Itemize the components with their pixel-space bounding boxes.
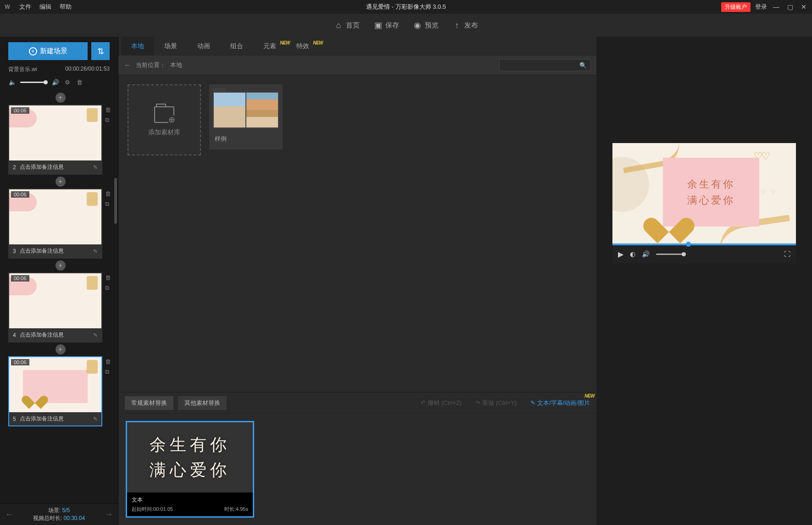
audio-filename: 背景音乐.wi <box>8 66 37 73</box>
volume-down-icon[interactable]: 🔈 <box>8 78 17 86</box>
tab-normal-replace[interactable]: 常规素材替换 <box>125 396 173 410</box>
tab-effects[interactable]: 特效NEW <box>286 37 319 55</box>
clip-preview: 余生有你 满心爱你 <box>127 422 253 492</box>
toolbar-publish-label: 发布 <box>464 21 478 30</box>
prev-scene-button[interactable]: ← <box>5 510 14 519</box>
tab-other-replace[interactable]: 其他素材替换 <box>178 396 227 410</box>
minimize-button[interactable]: — <box>772 2 781 11</box>
menu-edit[interactable]: 编辑 <box>39 3 51 11</box>
scene-note: 点击添加备注信息 <box>20 247 64 255</box>
scene-thumbnail: 00:06 <box>9 357 101 412</box>
volume-up-icon[interactable]: 🔊 <box>51 78 60 86</box>
scenes-scrollbar[interactable] <box>114 178 117 224</box>
edit-note-icon[interactable]: ✎ <box>93 416 98 422</box>
scene-note: 点击添加备注信息 <box>20 415 64 423</box>
plus-circle-icon: + <box>29 47 37 55</box>
progress-bar[interactable] <box>612 243 796 245</box>
scene-thumbnail: 00:06 <box>9 105 101 160</box>
copy-scene-icon[interactable]: ⧉ <box>105 368 112 376</box>
scene-list: + 00:06 2 点击添加备注信息 ✎ 🗑 <box>0 91 118 503</box>
tab-elements[interactable]: 元素NEW <box>253 37 286 55</box>
loop-button[interactable]: ◐ <box>630 250 635 258</box>
play-button[interactable]: ▶ <box>618 250 623 259</box>
scene-card[interactable]: 00:06 2 点击添加备注信息 ✎ <box>8 105 102 175</box>
search-input[interactable]: 🔍 <box>499 59 591 71</box>
window-title: 遇见爱情 - 万彩影像大师 3.0.5 <box>366 3 446 11</box>
add-library-button[interactable]: 添加素材库 <box>128 84 201 155</box>
login-link[interactable]: 登录 <box>755 3 767 11</box>
audio-timecode: 00:00:26/00:01:53 <box>65 66 110 73</box>
player-volume-slider[interactable] <box>656 254 686 255</box>
toolbar-preview[interactable]: ◉ 预览 <box>413 21 439 30</box>
folder-label: 样例 <box>213 128 279 146</box>
edit-note-icon[interactable]: ✎ <box>93 248 98 254</box>
delete-scene-icon[interactable]: 🗑 <box>105 358 112 365</box>
scene-card-selected[interactable]: 00:06 5 点击添加备注信息 ✎ <box>8 356 102 426</box>
toolbar-publish[interactable]: ↑ 发布 <box>452 21 478 30</box>
insert-scene-button[interactable]: + <box>56 93 66 103</box>
new-scene-button[interactable]: + 新建场景 <box>8 42 88 60</box>
volume-slider[interactable] <box>20 82 48 83</box>
progress-thumb[interactable] <box>686 242 691 247</box>
delete-scene-icon[interactable]: 🗑 <box>105 106 112 114</box>
breadcrumb: ← 当前位置： 本地 🔍 <box>118 55 596 75</box>
insert-scene-button[interactable]: + <box>56 260 66 271</box>
preview-icon: ◉ <box>413 21 422 30</box>
new-scene-label: 新建场景 <box>40 47 67 55</box>
scene-duration: 00:06 <box>11 191 29 198</box>
tab-scene[interactable]: 场景 <box>154 37 187 55</box>
breadcrumb-back-icon[interactable]: ← <box>124 61 131 69</box>
insert-scene-button[interactable]: + <box>56 177 66 187</box>
copy-scene-icon[interactable]: ⧉ <box>105 284 112 292</box>
main-toolbar: ⌂ 首页 ▣ 保存 ◉ 预览 ↑ 发布 <box>0 14 812 37</box>
clip-duration-value: 4.95s <box>236 506 248 512</box>
text-subtitle-link[interactable]: ✎ 文本/字幕/动画/图片 NEW <box>530 399 590 407</box>
scene-duration: 00:06 <box>11 107 29 114</box>
redo-button: ↷重做 (Ctrl+Y) <box>475 399 517 407</box>
delete-scene-icon[interactable]: 🗑 <box>105 274 112 282</box>
close-button[interactable]: ✕ <box>799 2 808 11</box>
insert-scene-button[interactable]: + <box>56 344 66 354</box>
clip-text-line1: 余生有你 <box>150 434 230 456</box>
audio-delete-icon[interactable]: 🗑 <box>75 78 83 86</box>
undo-button: ↶撤销 (Ctrl+Z) <box>421 399 462 407</box>
clip-start-value: 00:01.05 <box>153 506 173 512</box>
toolbar-save[interactable]: ▣ 保存 <box>373 21 399 30</box>
breadcrumb-prefix: 当前位置： <box>136 61 166 69</box>
asset-folder-sample[interactable]: 样例 <box>209 84 283 149</box>
sort-scenes-button[interactable]: ⇅ <box>91 42 110 60</box>
player-controls: ▶ ◐ 🔊 ⛶ <box>612 245 796 263</box>
asset-tabs: 本地 场景 动画 组合 元素NEW 特效NEW <box>118 37 596 55</box>
timeline-clip[interactable]: 余生有你 满心爱你 文本 起始时间:00:01.05 时长:4.95s <box>126 421 254 518</box>
menu-file[interactable]: 文件 <box>19 3 31 11</box>
maximize-button[interactable]: ▢ <box>785 2 795 11</box>
copy-scene-icon[interactable]: ⧉ <box>105 200 112 208</box>
next-scene-button[interactable]: → <box>104 510 113 519</box>
copy-scene-icon[interactable]: ⧉ <box>105 116 112 124</box>
tab-combo[interactable]: 组合 <box>220 37 253 55</box>
toolbar-home[interactable]: ⌂ 首页 <box>334 21 360 30</box>
edit-note-icon[interactable]: ✎ <box>93 332 98 338</box>
tab-animation[interactable]: 动画 <box>187 37 220 55</box>
edit-note-icon[interactable]: ✎ <box>93 164 98 171</box>
volume-icon[interactable]: 🔊 <box>642 250 650 258</box>
sidebar-footer: ← 场景: 5/5 视频总时长: 00:30.04 → <box>0 503 118 525</box>
pencil-icon: ✎ <box>530 399 535 406</box>
sort-icon: ⇅ <box>97 46 104 56</box>
clip-type: 文本 <box>132 496 248 504</box>
total-duration-label: 视频总时长: <box>33 515 62 521</box>
audio-settings-icon[interactable]: ⚙ <box>63 78 72 86</box>
tab-local[interactable]: 本地 <box>121 37 154 55</box>
undo-icon: ↶ <box>421 399 426 406</box>
scene-count-value: 5/5 <box>62 507 70 514</box>
fullscreen-button[interactable]: ⛶ <box>784 250 790 258</box>
delete-scene-icon[interactable]: 🗑 <box>105 190 112 198</box>
scene-card[interactable]: 00:06 3 点击添加备注信息 ✎ <box>8 188 102 259</box>
scene-card[interactable]: 00:06 4 点击添加备注信息 ✎ <box>8 272 102 343</box>
menu-help[interactable]: 帮助 <box>60 3 72 11</box>
scene-duration: 00:06 <box>11 275 29 282</box>
scene-index: 4 <box>13 332 16 338</box>
folder-preview <box>213 92 279 128</box>
total-duration-value: 00:30.04 <box>63 515 85 521</box>
upgrade-button[interactable]: 升级账户 <box>721 2 751 12</box>
